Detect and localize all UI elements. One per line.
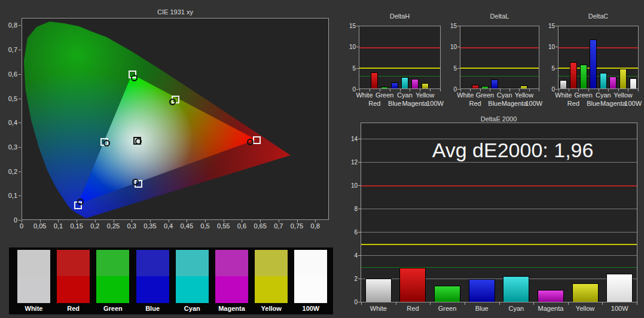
swatch-actual-white (17, 250, 50, 276)
deltae-y-tick (358, 255, 361, 256)
swatch-actual-yellow (255, 250, 288, 276)
delta-y-tick-label: 0 (352, 86, 356, 93)
cie-y-tick (19, 172, 21, 172)
cie-y-tick (19, 25, 21, 26)
delta-y-tick-label: 5 (551, 65, 555, 71)
delta-y-tick-label: 10 (349, 44, 356, 50)
measured-marker-yellow (169, 99, 176, 105)
delta-y-tick (457, 47, 460, 47)
bar-blue (469, 279, 495, 302)
delta-y-tick-label: 10 (548, 44, 555, 50)
cie-x-tick-label: 0,45 (181, 222, 193, 230)
cie-x-tick-label: 0,4 (164, 222, 173, 230)
swatch-target-blue (136, 276, 169, 303)
delta-chart-plot-deltah (359, 26, 441, 89)
cie-y-tick (19, 220, 21, 221)
deltae-x-label-green: Green (438, 305, 457, 312)
deltae-x-tick (499, 302, 500, 305)
cie-x-tick-label: 0,8 (311, 222, 320, 230)
swatch-column-white: White (17, 250, 50, 312)
delta-y-tick-label: 10 (450, 44, 457, 50)
measured-marker-red (247, 139, 254, 145)
bar-magenta (411, 79, 419, 88)
delta-x-label-yellow: Yellow (515, 91, 533, 99)
cie-x-tick-label: 0,6 (237, 222, 246, 230)
deltae-x-label-blue: Blue (475, 305, 489, 312)
deltae-x-label-100w: 100W (611, 305, 628, 312)
cie-chromaticity-diagram (22, 18, 329, 220)
threshold-line-red (359, 47, 440, 48)
cie-y-tick-label: 0 (14, 216, 17, 224)
bar-yellow (572, 283, 599, 302)
delta-chart-title-deltac: DeltaC (588, 13, 609, 20)
swatch-actual-red (57, 250, 90, 276)
delta-x-label-blue: Blue (587, 100, 600, 107)
delta-x-label-white: White (457, 91, 474, 99)
delta-y-tick (457, 68, 460, 69)
cie-y-tick-label: 0,6 (8, 71, 17, 78)
delta-x-label-cyan: Cyan (497, 91, 512, 99)
bar-100w (630, 78, 637, 88)
delta-x-label-100w: 100W (426, 100, 444, 107)
avg-de2000-label: Avg dE2000: 1,96 (432, 139, 594, 162)
cie-y-tick (19, 123, 21, 123)
threshold-line-red (558, 47, 638, 48)
delta-chart-title-deltah: DeltaH (390, 13, 410, 20)
deltae-x-tick (396, 302, 396, 305)
bar-magenta (609, 77, 616, 88)
deltae-chart-plot: Avg dE2000: 1,96 (361, 123, 637, 302)
swatch-label-magenta: Magenta (215, 305, 248, 312)
cie-y-tick (19, 195, 21, 196)
bar-cyan (600, 73, 607, 88)
delta-y-tick-label: 5 (352, 65, 356, 71)
swatch-column-yellow: Yellow (255, 250, 288, 312)
delta-y-tick (356, 47, 359, 47)
deltae-x-tick (533, 302, 534, 305)
delta-x-label-magenta: Magenta (600, 100, 626, 107)
bar-100w (606, 274, 633, 302)
delta-x-label-red: Red (469, 100, 481, 107)
swatch-actual-cyan (176, 250, 209, 276)
swatch-target-yellow (255, 276, 288, 303)
deltae-x-label-white: White (370, 305, 387, 312)
bar-cyan (501, 88, 508, 88)
delta-x-label-magenta: Magenta (402, 100, 428, 107)
delta-x-label-white: White (555, 91, 572, 99)
delta-y-tick-label: 5 (453, 65, 457, 71)
cie-y-tick-label: 0,7 (8, 46, 17, 53)
threshold-line-red (460, 47, 539, 48)
cie-y-tick (19, 74, 21, 75)
bar-red (399, 268, 426, 302)
delta-y-tick-label: 15 (349, 23, 356, 29)
cie-x-tick-label: 0,55 (217, 222, 230, 230)
cie-x-tick-label: 0,25 (107, 222, 120, 230)
delta-x-label-cyan: Cyan (397, 91, 413, 99)
cie-y-tick-label: 0,8 (8, 22, 17, 29)
threshold-line-green (460, 76, 539, 77)
swatch-column-cyan: Cyan (176, 250, 209, 312)
delta-x-label-green: Green (574, 91, 593, 99)
cie-markers-layer (22, 19, 328, 219)
measured-marker-blue (77, 198, 84, 205)
delta-y-tick (556, 68, 558, 69)
bar-yellow (619, 69, 627, 88)
delta-x-label-green: Green (376, 91, 394, 99)
swatch-actual-magenta (215, 250, 248, 276)
cie-x-tick-label: 0,3 (127, 222, 136, 230)
bar-white (560, 80, 567, 88)
measured-marker-magenta (132, 179, 139, 185)
delta-x-tick (539, 89, 539, 91)
deltae-y-tick-label: 8 (354, 206, 358, 212)
deltae-gridline-12 (361, 162, 637, 163)
delta-y-tick (556, 89, 558, 90)
delta-y-tick (556, 47, 558, 47)
swatch-label-red: Red (57, 305, 90, 312)
threshold-line-yellow (460, 68, 539, 69)
delta-chart-title-deltal: DeltaL (490, 13, 509, 20)
bar-blue (491, 80, 498, 88)
swatch-label-100w: 100W (294, 305, 327, 312)
swatch-target-green (96, 276, 129, 303)
cie-x-tick-label: 0,35 (144, 222, 156, 230)
measured-marker-cyan (103, 140, 110, 146)
delta-chart-plot-deltal (460, 26, 539, 89)
